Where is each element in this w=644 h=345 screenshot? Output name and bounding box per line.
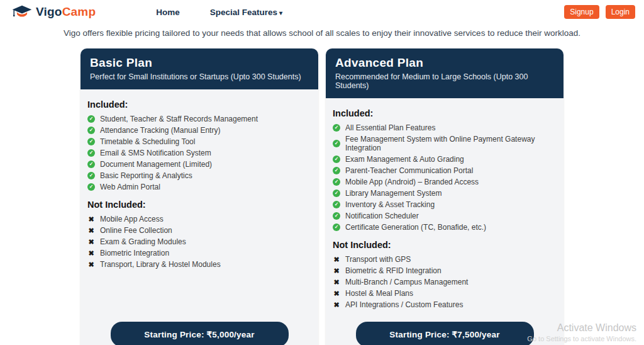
included-item-label: Document Management (Limited) <box>100 160 212 169</box>
logo[interactable]: VigoCamp <box>11 4 96 20</box>
advanced-starting-price-button[interactable]: Starting Price: ₹7,500/year <box>356 322 534 345</box>
check-icon: ✓ <box>333 201 340 208</box>
not-included-item-label: Mobile App Access <box>100 215 164 223</box>
signup-button[interactable]: Signup <box>564 5 599 19</box>
not-included-list: ✖ Mobile App Access ✖ Online Fee Collect… <box>87 213 311 270</box>
not-included-item-label: Biometric & RFID Integration <box>345 266 441 275</box>
cross-icon: ✖ <box>333 289 340 298</box>
caret-down-icon: ▾ <box>279 9 282 16</box>
check-icon: ✓ <box>333 212 340 220</box>
price-button-wrap: Starting Price: ₹7,500/year <box>333 310 557 345</box>
included-item-label: Certificate Generation (TC, Bonafide, et… <box>345 223 486 232</box>
check-icon: ✓ <box>333 178 340 186</box>
not-included-item: ✖ Exam & Grading Modules <box>87 236 311 247</box>
check-icon: ✓ <box>87 149 95 157</box>
included-item: ✓ Notification Scheduler <box>333 210 557 222</box>
not-included-item-label: Exam & Grading Modules <box>100 237 186 246</box>
check-icon: ✓ <box>333 124 340 132</box>
included-list: ✓ All Essential Plan Features ✓ Fee Mana… <box>333 122 557 233</box>
advanced-plan-title: Advanced Plan <box>335 56 554 70</box>
check-icon: ✓ <box>87 127 95 134</box>
not-included-item-label: Transport with GPS <box>345 255 411 264</box>
watermark-line1: Activate Windows <box>527 322 636 334</box>
nav-special-features-label: Special Features <box>210 8 277 17</box>
not-included-item-label: Biometric Integration <box>100 249 169 257</box>
basic-starting-price-button[interactable]: Starting Price: ₹5,000/year <box>111 322 289 345</box>
nav-item-home[interactable]: Home <box>156 8 180 17</box>
included-item-label: Library Management System <box>345 189 441 198</box>
check-icon: ✓ <box>87 138 95 145</box>
check-icon: ✓ <box>87 172 95 179</box>
included-item-label: Notification Scheduler <box>345 212 419 220</box>
included-item-label: All Essential Plan Features <box>345 123 435 132</box>
included-item: ✓ Document Management (Limited) <box>87 159 311 170</box>
included-item: ✓ Inventory & Asset Tracking <box>333 199 557 210</box>
included-item: ✓ Parent-Teacher Communication Portal <box>333 165 557 176</box>
not-included-item-label: API Integrations / Custom Features <box>345 300 463 309</box>
cross-icon: ✖ <box>87 226 95 235</box>
included-heading: Included: <box>333 108 557 118</box>
not-included-item: ✖ Transport with GPS <box>333 254 557 265</box>
included-item-label: Timetable & Scheduling Tool <box>100 137 195 146</box>
included-item: ✓ Attendance Tracking (Manual Entry) <box>87 125 311 136</box>
included-item: ✓ All Essential Plan Features <box>333 122 557 133</box>
included-item: ✓ Web Admin Portal <box>87 181 311 193</box>
included-item-label: Student, Teacher & Staff Records Managem… <box>100 115 258 123</box>
nav-item-special-features[interactable]: Special Features▾ <box>210 8 282 17</box>
included-item: ✓ Fee Management System with Online Paym… <box>333 133 557 154</box>
login-button[interactable]: Login <box>606 5 635 19</box>
included-item-label: Email & SMS Notification System <box>100 149 211 157</box>
cross-icon: ✖ <box>333 278 340 286</box>
not-included-item-label: Transport, Library & Hostel Modules <box>100 260 221 269</box>
included-item: ✓ Mobile App (Android) – Branded Access <box>333 176 557 188</box>
basic-plan-title: Basic Plan <box>90 56 309 70</box>
included-item: ✓ Timetable & Scheduling Tool <box>87 136 311 147</box>
cross-icon: ✖ <box>87 237 95 246</box>
advanced-plan-subtitle: Recommended for Medium to Large Schools … <box>335 72 554 90</box>
plan-cards: Basic Plan Perfect for Small Institution… <box>0 48 644 345</box>
check-icon: ✓ <box>333 167 340 174</box>
check-icon: ✓ <box>87 161 95 168</box>
price-button-wrap: Starting Price: ₹5,000/year <box>87 310 311 345</box>
check-icon: ✓ <box>333 156 340 163</box>
check-icon: ✓ <box>87 115 95 123</box>
not-included-list: ✖ Transport with GPS ✖ Biometric & RFID … <box>333 254 557 310</box>
advanced-plan-header: Advanced Plan Recommended for Medium to … <box>326 48 564 98</box>
included-item-label: Inventory & Asset Tracking <box>345 200 435 209</box>
not-included-item-label: Online Fee Collection <box>100 226 172 235</box>
check-icon: ✓ <box>333 223 340 231</box>
included-item: ✓ Library Management System <box>333 188 557 199</box>
logo-text: VigoCamp <box>36 5 96 19</box>
cross-icon: ✖ <box>87 215 95 223</box>
included-item-label: Web Admin Portal <box>100 183 160 191</box>
included-item: ✓ Certificate Generation (TC, Bonafide, … <box>333 222 557 233</box>
not-included-heading: Not Included: <box>333 240 557 250</box>
not-included-item: ✖ Mobile App Access <box>87 213 311 225</box>
cross-icon: ✖ <box>333 266 340 275</box>
watermark-line2: Go to Settings to activate Windows. <box>527 335 636 342</box>
advanced-plan-body: Included: ✓ All Essential Plan Features … <box>326 98 564 345</box>
not-included-item-label: Multi-Branch / Campus Management <box>345 278 468 286</box>
included-heading: Included: <box>87 99 311 110</box>
included-item: ✓ Student, Teacher & Staff Records Manag… <box>87 113 311 125</box>
not-included-item: ✖ Hostel & Meal Plans <box>333 288 557 299</box>
not-included-item: ✖ Online Fee Collection <box>87 225 311 236</box>
included-item: ✓ Basic Reporting & Analytics <box>87 170 311 181</box>
not-included-item: ✖ Transport, Library & Hostel Modules <box>87 259 311 270</box>
top-navbar: VigoCamp Home Special Features▾ Signup L… <box>0 0 644 24</box>
not-included-item: ✖ API Integrations / Custom Features <box>333 299 557 310</box>
included-item-label: Parent-Teacher Communication Portal <box>345 166 473 175</box>
pricing-page: VigoCamp Home Special Features▾ Signup L… <box>0 0 644 345</box>
included-item: ✓ Exam Management & Auto Grading <box>333 154 557 165</box>
check-icon: ✓ <box>87 183 95 191</box>
basic-plan-header: Basic Plan Perfect for Small Institution… <box>80 48 318 89</box>
plan-card-basic: Basic Plan Perfect for Small Institution… <box>80 48 318 345</box>
basic-plan-subtitle: Perfect for Small Institutions or Startu… <box>90 72 309 81</box>
not-included-item: ✖ Biometric Integration <box>87 247 311 259</box>
check-icon: ✓ <box>333 189 340 197</box>
cross-icon: ✖ <box>333 255 340 264</box>
not-included-item: ✖ Multi-Branch / Campus Management <box>333 276 557 288</box>
cross-icon: ✖ <box>333 300 340 309</box>
auth-buttons: Signup Login <box>564 5 635 19</box>
graduation-cap-icon <box>11 4 33 20</box>
